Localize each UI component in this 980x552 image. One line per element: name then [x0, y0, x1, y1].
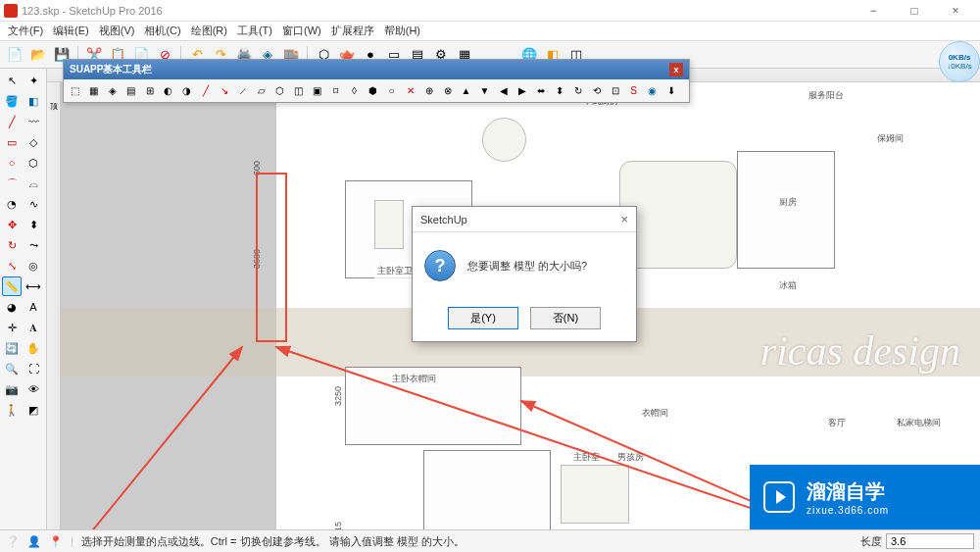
section-icon[interactable]: ◩: [24, 400, 43, 420]
suapp-tool-14[interactable]: ▣: [309, 82, 325, 99]
menu-tools[interactable]: 工具(T): [233, 22, 276, 40]
suapp-tool-9[interactable]: ↘: [216, 82, 232, 99]
open-icon[interactable]: 📂: [27, 44, 49, 66]
suapp-tool-33[interactable]: ⬇: [662, 82, 679, 99]
menu-edit[interactable]: 编辑(E): [49, 22, 93, 40]
walk-icon[interactable]: 🚶: [2, 400, 22, 420]
dialog-titlebar[interactable]: SketchUp ×: [413, 207, 636, 232]
circle-icon[interactable]: ○: [2, 153, 22, 173]
menu-draw[interactable]: 绘图(R): [187, 22, 231, 40]
menu-view[interactable]: 视图(V): [95, 22, 139, 40]
freehand-icon[interactable]: 〰: [24, 112, 43, 131]
suapp-tool-19[interactable]: ✕: [402, 82, 418, 99]
room-nanny-label: 保姆间: [874, 131, 906, 146]
tape-icon[interactable]: 📏: [2, 276, 22, 296]
suapp-tool-22[interactable]: ▲: [458, 82, 474, 99]
bezier-icon[interactable]: ∿: [24, 194, 43, 214]
question-icon: ?: [424, 250, 456, 281]
close-button[interactable]: ×: [935, 0, 976, 22]
move-icon[interactable]: ✥: [2, 215, 22, 234]
axes-icon[interactable]: ✛: [2, 318, 22, 337]
suapp-tool-21[interactable]: ⊗: [439, 82, 456, 99]
menu-camera[interactable]: 相机(C): [140, 22, 184, 40]
line-icon[interactable]: ╱: [2, 112, 22, 131]
rotate-icon[interactable]: ↻: [2, 235, 22, 255]
confirm-dialog: SketchUp × ? 您要调整 模型 的大小吗? 是(Y) 否(N): [412, 206, 637, 342]
room-balcony-label: 服务阳台: [806, 88, 847, 103]
suapp-close-button[interactable]: x: [669, 63, 683, 76]
orbit-icon[interactable]: 🔄: [2, 338, 22, 358]
pie-icon[interactable]: ◔: [2, 194, 22, 214]
suapp-tool-25[interactable]: ▶: [514, 82, 530, 99]
look-icon[interactable]: 👁: [24, 379, 43, 399]
dimension-icon[interactable]: ⟷: [24, 276, 43, 296]
suapp-tool-10[interactable]: ⟋: [234, 82, 251, 99]
eraser-icon[interactable]: ◧: [24, 91, 43, 111]
suapp-tool-16[interactable]: ◊: [346, 82, 363, 99]
dialog-no-button[interactable]: 否(N): [530, 307, 601, 329]
suapp-tool-20[interactable]: ⊕: [420, 82, 437, 99]
arc-icon[interactable]: ⌒: [2, 174, 22, 193]
menu-help[interactable]: 帮助(H): [380, 22, 424, 40]
polygon-icon[interactable]: ⬡: [24, 153, 43, 173]
status-geo-icon[interactable]: 📍: [49, 534, 63, 548]
suapp-tool-18[interactable]: ○: [383, 82, 400, 99]
suapp-tool-26[interactable]: ⬌: [532, 82, 549, 99]
rect-icon[interactable]: ▭: [2, 132, 22, 152]
suapp-tool-31[interactable]: S: [625, 82, 642, 99]
menu-window[interactable]: 窗口(W): [278, 22, 325, 40]
suapp-tool-11[interactable]: ▱: [253, 82, 270, 99]
pan-icon[interactable]: ✋: [24, 338, 43, 358]
suapp-tool-13[interactable]: ◫: [290, 82, 307, 99]
scale-icon[interactable]: ⤡: [2, 256, 22, 276]
3dtext-icon[interactable]: 𝐀: [24, 318, 43, 337]
maximize-button[interactable]: □: [894, 0, 935, 22]
select-icon[interactable]: ↖: [2, 71, 22, 90]
measurement-input[interactable]: [886, 533, 974, 549]
minimize-button[interactable]: −: [853, 0, 894, 22]
zoom-icon[interactable]: 🔍: [2, 359, 22, 378]
pushpull-icon[interactable]: ⬍: [24, 215, 43, 234]
status-help-icon[interactable]: ❔: [6, 534, 20, 548]
suapp-tool-32[interactable]: ◉: [644, 82, 661, 99]
dim-3600: 3600: [252, 249, 262, 269]
suapp-titlebar[interactable]: SUAPP基本工具栏 x: [64, 60, 689, 79]
suapp-tool-6[interactable]: ◐: [160, 82, 176, 99]
suapp-tool-3[interactable]: ◈: [104, 82, 121, 99]
protractor-icon[interactable]: ◕: [2, 297, 22, 317]
suapp-tool-15[interactable]: ⌑: [327, 82, 344, 99]
offset-icon[interactable]: ◎: [24, 256, 43, 276]
text-icon[interactable]: A: [24, 297, 43, 317]
suapp-tool-24[interactable]: ◀: [495, 82, 512, 99]
arc2-icon[interactable]: ⌓: [24, 174, 43, 193]
menu-file[interactable]: 文件(F): [4, 22, 47, 40]
new-icon[interactable]: 📄: [4, 44, 25, 66]
network-speed: 0KB/s: [949, 53, 971, 62]
rotated-rect-icon[interactable]: ◇: [24, 132, 43, 152]
suapp-tool-5[interactable]: ⊞: [141, 82, 158, 99]
paint-icon[interactable]: 🪣: [2, 91, 22, 111]
left-toolbar: ↖✦ 🪣◧ ╱〰 ▭◇ ○⬡ ⌒⌓ ◔∿ ✥⬍ ↻⤳ ⤡◎ 📏⟷ ◕A ✛𝐀 🔄…: [0, 69, 47, 529]
status-hint: 选择开始测量的点或边线。Ctrl = 切换创建参考线。 请输入值调整 模型 的大…: [81, 534, 853, 549]
suapp-tool-17[interactable]: ⬢: [365, 82, 381, 99]
suapp-tool-8[interactable]: ╱: [197, 82, 214, 99]
suapp-tool-1[interactable]: ⬚: [67, 82, 83, 99]
suapp-tool-23[interactable]: ▼: [476, 82, 493, 99]
suapp-tool-29[interactable]: ⟲: [588, 82, 605, 99]
status-user-icon[interactable]: 👤: [27, 534, 41, 548]
suapp-tool-7[interactable]: ◑: [178, 82, 195, 99]
suapp-tool-2[interactable]: ▦: [85, 82, 102, 99]
dialog-yes-button[interactable]: 是(Y): [448, 307, 518, 329]
camera-icon[interactable]: 📷: [2, 379, 22, 399]
followme-icon[interactable]: ⤳: [24, 235, 43, 255]
suapp-toolbar[interactable]: SUAPP基本工具栏 x ⬚ ▦ ◈ ▤ ⊞ ◐ ◑ ╱ ↘ ⟋ ▱ ⬡ ◫ ▣…: [63, 59, 690, 103]
component-icon[interactable]: ✦: [24, 71, 43, 90]
suapp-tool-4[interactable]: ▤: [122, 82, 139, 99]
menu-extensions[interactable]: 扩展程序: [327, 22, 378, 40]
suapp-tool-27[interactable]: ⬍: [551, 82, 567, 99]
suapp-tool-28[interactable]: ↻: [569, 82, 586, 99]
suapp-tool-30[interactable]: ⊡: [607, 82, 623, 99]
zoomext-icon[interactable]: ⛶: [24, 359, 43, 378]
suapp-tool-12[interactable]: ⬡: [271, 82, 288, 99]
dialog-close-button[interactable]: ×: [620, 212, 628, 226]
